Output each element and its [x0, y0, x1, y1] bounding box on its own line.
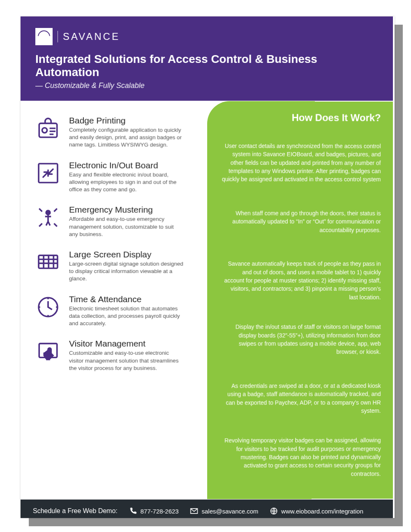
brand-name: SAVANCE [63, 31, 120, 42]
footer-web: www.eioboard.com/integration [270, 507, 363, 515]
feature-title: Emergency Mustering [69, 205, 184, 215]
footer-phone-text: 877-728-2623 [141, 508, 179, 515]
feature-item: Large Screen Display Large-screen digita… [35, 250, 199, 283]
feature-desc: Electronic timesheet solution that autom… [69, 305, 184, 328]
footer-email: sales@savance.com [190, 507, 259, 515]
feature-item: Badge Printing Completely configurable a… [35, 116, 199, 149]
footer-cta: Schedule a Free Web Demo: [33, 507, 118, 515]
page-title: Integrated Solutions for Access Control … [35, 53, 379, 79]
how-text: Display the in/out status of staff or vi… [222, 323, 381, 356]
footer-web-text: www.eioboard.com/integration [281, 508, 363, 515]
feature-text: Large Screen Display Large-screen digita… [69, 250, 184, 283]
globe-icon [270, 507, 278, 515]
how-text: Revolving temporary visitor badges can b… [222, 437, 381, 479]
footer: Schedule a Free Web Demo: 877-728-2623 s… [21, 500, 393, 518]
feature-desc: Large-screen digital signage solution de… [69, 260, 184, 283]
features-column: Badge Printing Completely configurable a… [21, 101, 207, 500]
feature-text: Visitor Management Customizable and easy… [69, 339, 184, 372]
feature-text: Time & Attendance Electronic timesheet s… [69, 294, 184, 328]
feature-title: Visitor Management [69, 339, 184, 349]
how-title: How Does It Work? [219, 112, 381, 124]
how-text: User contact details are synchronized fr… [222, 142, 381, 184]
feature-desc: Customizable and easy-to-use electronic … [69, 349, 184, 372]
body: Badge Printing Completely configurable a… [21, 101, 393, 500]
how-block: As credentials are swiped at a door, or … [219, 369, 381, 428]
svg-point-3 [46, 211, 50, 215]
feature-text: Emergency Mustering Affordable and easy-… [69, 205, 184, 238]
mail-icon [190, 507, 199, 515]
feature-item: Time & Attendance Electronic timesheet s… [35, 294, 199, 328]
feature-desc: Completely configurable application to q… [69, 127, 184, 149]
feature-desc: Easy and flexible electronic in/out boar… [69, 171, 184, 194]
how-text: When staff come and go through the doors… [222, 209, 381, 234]
svg-point-1 [42, 128, 47, 133]
feature-title: Electronic In/Out Board [69, 160, 184, 170]
phone-icon [129, 507, 137, 515]
feature-desc: Affordable and easy-to-use emergency man… [69, 216, 184, 238]
clock-icon [35, 294, 61, 320]
feature-item: Electronic In/Out Board Easy and flexibl… [35, 160, 199, 194]
page-subtitle: Customizable & Fully Scalable [35, 81, 379, 90]
header: SAVANCE Integrated Solutions for Access … [21, 16, 393, 101]
feature-title: Badge Printing [69, 116, 184, 126]
feature-item: Emergency Mustering Affordable and easy-… [35, 205, 199, 238]
brand-logo: SAVANCE [35, 28, 379, 45]
feature-text: Badge Printing Completely configurable a… [69, 116, 184, 149]
footer-phone: 877-728-2623 [129, 507, 179, 515]
brand-logo-mark-icon [35, 28, 53, 45]
feature-item: Visitor Management Customizable and easy… [35, 339, 199, 372]
how-text: Savance automatically keeps track of peo… [222, 260, 381, 301]
how-block: Revolving temporary visitor badges can b… [219, 428, 381, 487]
touch-screen-icon [35, 339, 61, 365]
how-block: When staff come and go through the doors… [219, 192, 381, 252]
feature-title: Large Screen Display [69, 250, 184, 259]
how-block: User contact details are synchronized fr… [219, 133, 381, 192]
how-text: As credentials are swiped at a door, or … [222, 382, 381, 415]
how-it-works-panel: How Does It Work? User contact details a… [207, 101, 393, 499]
grid-screen-icon [35, 250, 61, 275]
muster-icon [35, 205, 61, 231]
arrows-swap-icon [35, 160, 61, 186]
how-block: Savance automatically keeps track of peo… [219, 251, 381, 310]
brand-logo-divider [58, 31, 58, 42]
brochure-page: SAVANCE Integrated Solutions for Access … [21, 16, 395, 518]
badge-icon [35, 116, 61, 141]
footer-email-text: sales@savance.com [202, 508, 259, 515]
feature-title: Time & Attendance [69, 294, 184, 304]
how-block: Display the in/out status of staff or vi… [219, 310, 381, 369]
feature-text: Electronic In/Out Board Easy and flexibl… [69, 160, 184, 194]
